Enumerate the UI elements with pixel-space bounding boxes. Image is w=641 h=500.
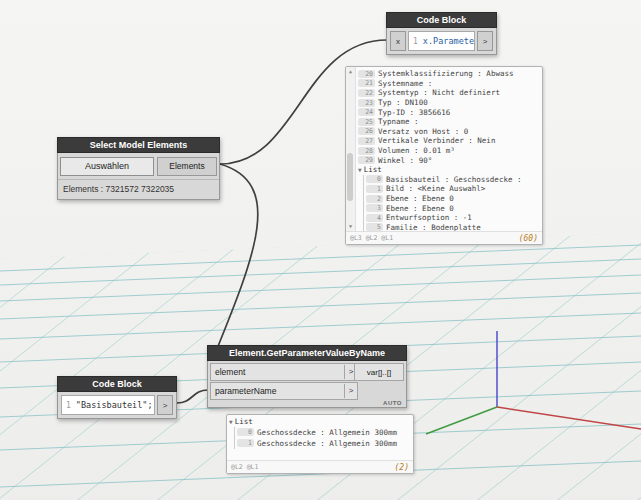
row-index: 28 [358,147,375,155]
selected-elements-text: Elements : 7321572 7322035 [58,179,219,199]
value-list: 0 Geschossdecke : Allgemein 300mm 1 Gesc… [234,427,411,449]
preview-footer: @L2 @L1 (2) [227,460,413,473]
row-text: Bild : <Keine Auswahl> [386,184,485,193]
list-label: List [364,165,382,174]
nested-list-header: ▼ List [358,165,540,175]
row-text: Familie : Bodenplatte [386,223,481,231]
node-code-block-bottom[interactable]: Code Block 1 "Basisbauteil"; > [57,376,177,419]
lacing-indicator[interactable]: AUTO [383,400,402,406]
collapse-icon[interactable]: ▼ [229,418,233,425]
item-count: (2) [395,463,409,472]
row-index: 26 [358,127,375,135]
row-index: 0 [366,175,383,183]
list-item: 1 Geschossdecke : Allgemein 300mm [237,438,411,449]
row-text: Winkel : 90° [378,156,432,165]
row-text: Systemname : [378,79,432,88]
list-item: 26 Versatz von Host : 0 [358,127,540,137]
code-text: "Basisbauteil"; [76,400,153,410]
output-port[interactable]: > [477,31,493,51]
input-port-element[interactable]: element > [210,363,358,381]
nested-parameter-list: 0 Basisbauteil : Geschossdecke : 1 Bild … [363,175,540,231]
list-item: 22 Systemtyp : Nicht definiert [358,88,540,98]
preview-bubble-values[interactable]: ▼ List 0 Geschossdecke : Allgemein 300mm… [226,414,414,474]
scroll-down-icon[interactable]: ▼ [346,223,355,230]
row-text: Systemtyp : Nicht definiert [378,88,500,97]
row-index: 21 [358,79,375,87]
dynamo-workspace[interactable]: ▲ ▼ 20 Systemklassifizierung : Abwass 21 [0,0,641,500]
node-select-model-elements[interactable]: Select Model Elements Auswählen Elements… [57,137,220,200]
preview-rows: 20 Systemklassifizierung : Abwass 21 Sys… [356,67,542,231]
row-text: Versatz von Host : 0 [378,127,468,136]
line-number: 1 [413,37,418,46]
row-index: 27 [358,137,375,145]
output-port[interactable]: > [157,395,173,415]
list-item: 5 Familie : Bodenplatte [366,223,540,232]
code-text: x.Parameters; [423,36,475,46]
row-text: Typname : [378,117,419,126]
list-item: 27 Vertikale Verbinder : Nein [358,136,540,146]
input-label: element [211,367,344,377]
row-text: Geschossdecke : Allgemein 300mm [257,428,397,437]
node-get-parameter-value-by-name[interactable]: Element.GetParameterValueByName element … [207,345,407,408]
list-level-buttons[interactable]: @L3 @L2 @L1 [350,234,393,242]
list-item: 25 Typname : [358,117,540,127]
list-label: List [235,417,253,426]
port-chevron-icon: > [344,384,357,398]
row-index: 4 [366,214,383,222]
row-text: Typ-ID : 3856616 [378,108,450,117]
row-index: 3 [366,204,383,212]
list-item: 21 Systemname : [358,79,540,89]
list-item: 20 Systemklassifizierung : Abwass [358,69,540,79]
row-text: Ebene : Ebene 0 [386,194,454,203]
collapse-icon[interactable]: ▼ [358,166,362,173]
node-title[interactable]: Code Block [57,376,177,392]
preview-bubble-parameters[interactable]: ▲ ▼ 20 Systemklassifizierung : Abwass 21 [345,66,543,245]
output-port-elements[interactable]: Elements [157,157,217,176]
preview-scrollbar[interactable]: ▲ ▼ [346,67,356,231]
list-item: 3 Ebene : Ebene 0 [366,203,540,213]
row-text: Systemklassifizierung : Abwass [378,69,513,78]
row-text: Vertikale Verbinder : Nein [378,136,495,145]
parameter-list: 20 Systemklassifizierung : Abwass 21 Sys… [358,69,540,165]
list-item: 23 Typ : DN100 [358,98,540,108]
row-text: Entwurfsoption : -1 [386,213,472,222]
item-count: (60) [519,234,538,243]
axis-x [497,407,641,429]
list-item: 0 Basisbauteil : Geschossdecke : [366,175,540,185]
node-title[interactable]: Code Block [386,12,497,28]
node-title[interactable]: Select Model Elements [57,137,220,153]
row-index: 1 [237,439,254,447]
row-index: 0 [237,428,254,436]
input-port-x[interactable]: x [390,31,406,51]
line-number: 1 [66,401,71,410]
list-header: ▼ List [229,417,411,427]
scroll-up-icon[interactable]: ▲ [346,68,355,75]
row-index: 22 [358,89,375,97]
list-item: 0 Geschossdecke : Allgemein 300mm [237,427,411,438]
row-text: Typ : DN100 [378,98,428,107]
input-label: parameterName [211,386,344,396]
row-index: 20 [358,70,375,78]
list-item: 29 Winkel : 90° [358,155,540,165]
list-item: 4 Entwurfsoption : -1 [366,213,540,223]
code-editor[interactable]: 1 "Basisbauteil"; [61,395,155,415]
row-text: Volumen : 0.01 m³ [378,146,455,155]
code-editor[interactable]: 1 x.Parameters; [408,31,475,51]
row-index: 2 [366,195,383,203]
row-text: Ebene : Ebene 0 [386,204,454,213]
list-item: 1 Bild : <Keine Auswahl> [366,184,540,194]
row-index: 29 [358,156,375,164]
node-title[interactable]: Element.GetParameterValueByName [207,345,407,361]
row-index: 23 [358,99,375,107]
row-index: 25 [358,118,375,126]
list-level-buttons[interactable]: @L2 @L1 [231,463,258,471]
output-port-var[interactable]: var[]..[] [354,363,404,381]
list-item: 24 Typ-ID : 3856616 [358,107,540,117]
node-code-block-top[interactable]: Code Block x 1 x.Parameters; > [386,12,497,55]
input-port-parametername[interactable]: parameterName > [210,382,358,400]
row-index: 1 [366,185,383,193]
scroll-thumb[interactable] [347,153,353,201]
row-index: 24 [358,108,375,116]
select-button[interactable]: Auswählen [60,157,154,176]
list-item: 2 Ebene : Ebene 0 [366,194,540,204]
